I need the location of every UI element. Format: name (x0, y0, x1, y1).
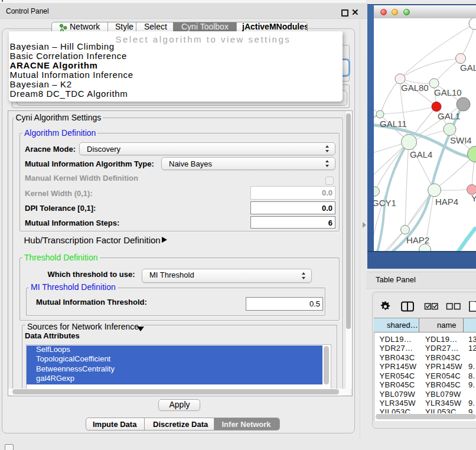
svg-text:GAL: GAL (460, 63, 476, 73)
svg-text:Y: Y (471, 193, 476, 203)
svg-text:HAP4: HAP4 (435, 197, 458, 207)
svg-text:GAL11: GAL11 (380, 119, 407, 129)
svg-text:HAP2: HAP2 (406, 235, 429, 245)
svg-text:GAL1: GAL1 (438, 111, 460, 121)
svg-text:GCY1: GCY1 (374, 198, 396, 208)
svg-text:GAL4: GAL4 (410, 149, 432, 159)
svg-text:GAL10: GAL10 (434, 87, 462, 97)
svg-text:SWI4: SWI4 (450, 135, 472, 145)
svg-text:GAL80: GAL80 (401, 83, 429, 93)
